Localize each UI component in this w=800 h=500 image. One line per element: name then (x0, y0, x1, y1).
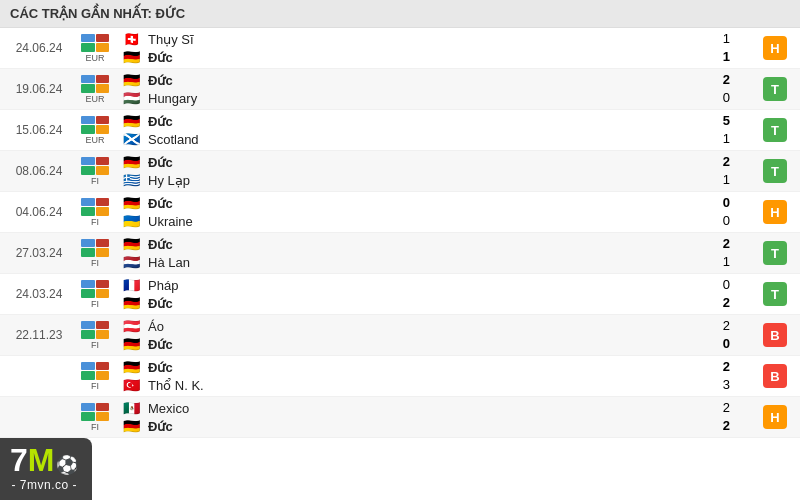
result-badge: H (750, 405, 800, 429)
competition-badge: FI (70, 321, 120, 350)
competition-badge: FI (70, 239, 120, 268)
competition-badge: FI (70, 280, 120, 309)
result-badge: B (750, 323, 800, 347)
result-badge: T (750, 241, 800, 265)
competition-badge: FI (70, 198, 120, 227)
table-row: 04.06.24FI🇩🇪Đức🇺🇦Ukraine00H (0, 192, 800, 233)
competition-badge: EUR (70, 34, 120, 63)
header-title: CÁC TRẬN GẦN NHẤT: ĐỨC (10, 6, 185, 21)
table-row: FI🇩🇪Đức🇹🇷Thổ N. K.23B (0, 356, 800, 397)
match-date: 24.06.24 (0, 41, 70, 55)
watermark-ball: ⚽ (56, 454, 78, 476)
table-row: 24.06.24EUR🇨🇭Thụy Sĩ🇩🇪Đức11H (0, 28, 800, 69)
competition-badge: FI (70, 403, 120, 432)
result-badge: H (750, 200, 800, 224)
match-date: 04.06.24 (0, 205, 70, 219)
competition-badge: EUR (70, 116, 120, 145)
competition-badge: FI (70, 157, 120, 186)
result-badge: T (750, 159, 800, 183)
competition-badge: EUR (70, 75, 120, 104)
result-badge: T (750, 77, 800, 101)
match-date: 08.06.24 (0, 164, 70, 178)
watermark-7: 7 (10, 444, 28, 476)
table-row: FI🇲🇽Mexico🇩🇪Đức22H (0, 397, 800, 438)
match-date: 27.03.24 (0, 246, 70, 260)
watermark-url: - 7mvn.co - (11, 478, 77, 492)
result-badge: B (750, 364, 800, 388)
result-badge: T (750, 282, 800, 306)
table-row: 08.06.24FI🇩🇪Đức🇬🇷Hy Lạp21T (0, 151, 800, 192)
match-date: 24.03.24 (0, 287, 70, 301)
matches-list: 24.06.24EUR🇨🇭Thụy Sĩ🇩🇪Đức11H19.06.24EUR🇩… (0, 28, 800, 438)
match-date: 15.06.24 (0, 123, 70, 137)
match-date: 19.06.24 (0, 82, 70, 96)
match-date: 22.11.23 (0, 328, 70, 342)
watermark-m: M (28, 444, 55, 476)
main-container: CÁC TRẬN GẦN NHẤT: ĐỨC 24.06.24EUR🇨🇭Thụy… (0, 0, 800, 438)
table-row: 24.03.24FI🇫🇷Pháp🇩🇪Đức02T (0, 274, 800, 315)
section-header: CÁC TRẬN GẦN NHẤT: ĐỨC (0, 0, 800, 28)
table-row: 15.06.24EUR🇩🇪Đức🏴󠁧󠁢󠁳󠁣󠁴󠁿Scotland51T (0, 110, 800, 151)
table-row: 22.11.23FI🇦🇹Áo🇩🇪Đức20B (0, 315, 800, 356)
table-row: 27.03.24FI🇩🇪Đức🇳🇱Hà Lan21T (0, 233, 800, 274)
watermark: 7 M ⚽ - 7mvn.co - (0, 438, 92, 500)
result-badge: T (750, 118, 800, 142)
competition-badge: FI (70, 362, 120, 391)
result-badge: H (750, 36, 800, 60)
table-row: 19.06.24EUR🇩🇪Đức🇭🇺Hungary20T (0, 69, 800, 110)
